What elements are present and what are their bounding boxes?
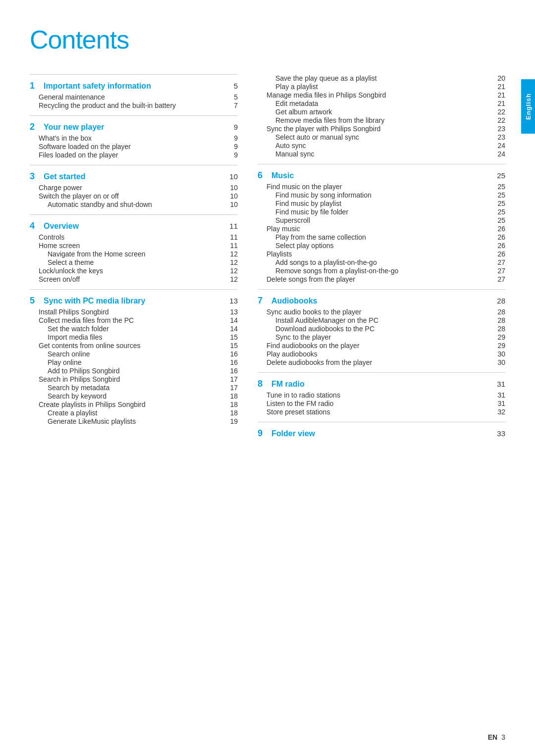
toc-item-title: Generate LikeMusic playlists bbox=[48, 417, 226, 425]
toc-item-title: Get contents from online sources bbox=[39, 342, 226, 350]
toc-item-page: 25 bbox=[493, 191, 505, 199]
toc-item-page: 7 bbox=[226, 101, 238, 109]
toc-item: Auto sync24 bbox=[258, 142, 505, 150]
page-container: English Contents 1Important safety infor… bbox=[0, 0, 535, 756]
toc-item: Find audiobooks on the player29 bbox=[258, 342, 505, 350]
toc-item-title: Delete songs from the player bbox=[267, 275, 493, 283]
toc-item-page: 13 bbox=[226, 308, 238, 316]
toc-item: Manage media files in Philips Songbird21 bbox=[258, 91, 505, 99]
section-title: Overview bbox=[44, 222, 221, 231]
toc-item: Lock/unlock the keys12 bbox=[30, 267, 238, 275]
toc-item-page: 27 bbox=[493, 258, 505, 266]
toc-item-page: 29 bbox=[493, 342, 505, 350]
toc-item-title: Play a playlist bbox=[275, 83, 493, 91]
toc-item: Select auto or manual sync23 bbox=[258, 133, 505, 141]
toc-item-page: 25 bbox=[493, 183, 505, 191]
toc-item-page: 18 bbox=[226, 392, 238, 400]
toc-item-title: Charge power bbox=[39, 184, 226, 192]
toc-item-page: 12 bbox=[226, 275, 238, 283]
toc-item-page: 17 bbox=[226, 375, 238, 383]
toc-item-page: 27 bbox=[493, 267, 505, 275]
toc-item-page: 15 bbox=[226, 342, 238, 350]
toc-item-page: 18 bbox=[226, 409, 238, 417]
section-title: Your new player bbox=[44, 123, 221, 132]
toc-item-page: 24 bbox=[493, 150, 505, 158]
toc-item: Find music by file folder25 bbox=[258, 208, 505, 216]
section-header: 3Get started10 bbox=[30, 171, 238, 182]
toc-item-title: Install AudibleManager on the PC bbox=[275, 316, 493, 324]
toc-item-title: Collect media files from the PC bbox=[39, 316, 226, 324]
section-header: 8FM radio31 bbox=[258, 379, 505, 389]
toc-item-title: Select a theme bbox=[48, 258, 226, 266]
toc-item-page: 12 bbox=[226, 250, 238, 258]
toc-item: Store preset stations32 bbox=[258, 408, 505, 416]
toc-item-page: 16 bbox=[226, 350, 238, 358]
toc-item: Listen to the FM radio31 bbox=[258, 400, 505, 407]
toc-item-page: 9 bbox=[226, 134, 238, 142]
toc-item-page: 10 bbox=[226, 192, 238, 200]
toc-item-page: 25 bbox=[493, 200, 505, 207]
toc-item-title: Manage media files in Philips Songbird bbox=[267, 91, 493, 99]
toc-item: Save the play queue as a playlist20 bbox=[258, 74, 505, 82]
toc-item: Play audiobooks30 bbox=[258, 350, 505, 358]
toc-section: Save the play queue as a playlist20Play … bbox=[258, 74, 505, 158]
page-footer: EN 3 bbox=[488, 733, 505, 741]
toc-item: Collect media files from the PC14 bbox=[30, 316, 238, 324]
toc-item-title: Switch the player on or off bbox=[39, 192, 226, 200]
toc-item: Remove songs from a playlist-on-the-go27 bbox=[258, 267, 505, 275]
toc-item: Controls11 bbox=[30, 233, 238, 241]
toc-item: Import media files15 bbox=[30, 333, 238, 341]
toc-item-title: Find music on the player bbox=[267, 183, 493, 191]
toc-item-title: Manual sync bbox=[275, 150, 493, 158]
toc-item-title: Add songs to a playlist-on-the-go bbox=[275, 258, 493, 266]
toc-section: 5Sync with PC media library13Install Phi… bbox=[30, 289, 238, 425]
toc-item-page: 28 bbox=[493, 316, 505, 324]
section-number: 7 bbox=[258, 296, 267, 306]
toc-item-page: 28 bbox=[493, 325, 505, 333]
toc-item: Find music on the player25 bbox=[258, 183, 505, 191]
toc-item-page: 11 bbox=[226, 242, 238, 250]
section-title: Music bbox=[271, 171, 488, 180]
toc-item: Screen on/off12 bbox=[30, 275, 238, 283]
toc-item-title: Remove media files from the library bbox=[275, 116, 493, 124]
toc-item: Remove media files from the library22 bbox=[258, 116, 505, 124]
toc-item: Play online16 bbox=[30, 358, 238, 366]
toc-item: Tune in to radio stations31 bbox=[258, 391, 505, 399]
toc-item-title: Select auto or manual sync bbox=[275, 133, 493, 141]
toc-item-page: 15 bbox=[226, 333, 238, 341]
toc-item-page: 22 bbox=[493, 116, 505, 124]
toc-item-page: 10 bbox=[226, 201, 238, 208]
section-number: 4 bbox=[30, 221, 39, 231]
toc-item-title: Create a playlist bbox=[48, 409, 226, 417]
toc-item-title: Auto sync bbox=[275, 142, 493, 150]
toc-item-page: 25 bbox=[493, 216, 505, 224]
toc-item: Find music by song information25 bbox=[258, 191, 505, 199]
toc-item-page: 20 bbox=[493, 74, 505, 82]
section-number: 6 bbox=[258, 170, 267, 181]
toc-item: Navigate from the Home screen12 bbox=[30, 250, 238, 258]
toc-item-page: 21 bbox=[493, 100, 505, 107]
toc-item: Install AudibleManager on the PC28 bbox=[258, 316, 505, 324]
toc-item-title: Screen on/off bbox=[39, 275, 226, 283]
toc-item: Play music26 bbox=[258, 225, 505, 233]
toc-item-page: 16 bbox=[226, 367, 238, 375]
toc-item: Add to Philips Songbird16 bbox=[30, 367, 238, 375]
toc-item-page: 22 bbox=[493, 108, 505, 116]
toc-item-page: 9 bbox=[226, 143, 238, 151]
toc-item: Search online16 bbox=[30, 350, 238, 358]
toc-item-title: What's in the box bbox=[39, 134, 226, 142]
toc-item-page: 30 bbox=[493, 350, 505, 358]
toc-item-page: 16 bbox=[226, 358, 238, 366]
toc-item: Recycling the product and the built-in b… bbox=[30, 101, 238, 109]
toc-section: 9Folder view33 bbox=[258, 422, 505, 439]
toc-item: Sync to the player29 bbox=[258, 333, 505, 341]
toc-item: Create playlists in Philips Songbird18 bbox=[30, 401, 238, 408]
toc-section: 2Your new player9What's in the box9Softw… bbox=[30, 115, 238, 159]
section-header: 5Sync with PC media library13 bbox=[30, 296, 238, 306]
toc-item: Install Philips Songbird13 bbox=[30, 308, 238, 316]
toc-item-page: 23 bbox=[493, 125, 505, 133]
toc-right: Save the play queue as a playlist20Play … bbox=[258, 74, 505, 445]
toc-item-title: Navigate from the Home screen bbox=[48, 250, 226, 258]
toc-item: Edit metadata21 bbox=[258, 100, 505, 107]
toc-item-title: Play from the same collection bbox=[275, 233, 493, 241]
